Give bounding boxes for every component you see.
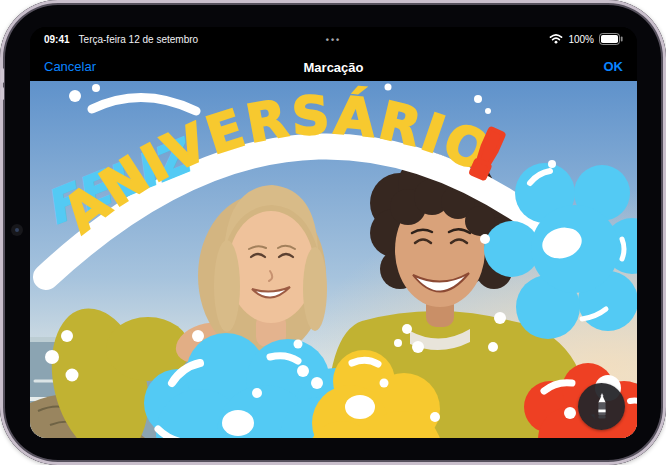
screen: 09:41 Terça-feira 12 de setembro ••• 100… [30,27,637,438]
wifi-icon [549,33,563,46]
camera-lens [15,228,19,232]
battery-percent: 100% [568,34,594,45]
status-left: 09:41 Terça-feira 12 de setembro [44,34,198,45]
front-camera [11,224,23,236]
marker-pen-icon [592,393,612,421]
markup-nav-bar: Cancelar Marcação OK [30,52,637,81]
battery-icon [599,33,623,47]
status-right: 100% [549,33,623,47]
pen-tool-button[interactable] [578,383,625,430]
volume-up-button[interactable] [1,68,4,83]
ok-button[interactable]: OK [604,59,624,74]
cancel-button[interactable]: Cancelar [44,59,96,74]
status-date: Terça-feira 12 de setembro [79,34,199,45]
photo-illustration: FELIZ ANIVERSÁRIO ! [30,81,637,438]
markup-photo-canvas[interactable]: FELIZ ANIVERSÁRIO ! [30,81,637,438]
status-bar: 09:41 Terça-feira 12 de setembro ••• 100… [30,27,637,52]
status-time: 09:41 [44,34,70,45]
status-ellipsis: ••• [326,35,341,45]
page-title: Marcação [304,59,364,74]
volume-down-button[interactable] [1,87,4,100]
ipad-device-frame: 09:41 Terça-feira 12 de setembro ••• 100… [0,0,666,465]
